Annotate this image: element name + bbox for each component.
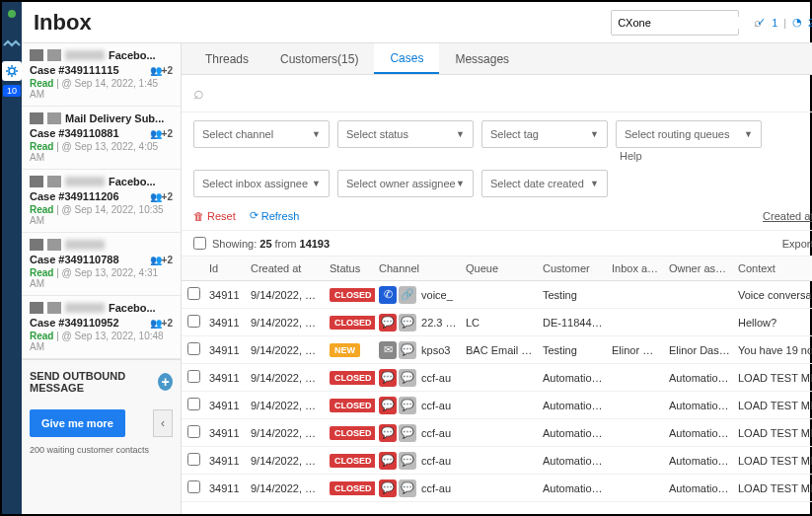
select-all-checkbox[interactable] — [193, 237, 206, 250]
case-card[interactable]: Mail Delivery Sub...Case #349110881👥+2Re… — [22, 107, 181, 170]
cell-owner: Automation SO. — [665, 366, 734, 390]
stat-2: 200 — [808, 17, 812, 29]
caret-down-icon: ▼ — [456, 129, 465, 139]
app-logo-icon[interactable] — [2, 34, 22, 53]
table-row[interactable]: 349119/14/2022, 10:1CLOSED💬💬 ccf-auAutom… — [182, 447, 812, 475]
table-header: Id Created at Status Channel Queue Custo… — [182, 257, 812, 281]
card-title: Facebo... — [109, 49, 173, 61]
table-row[interactable]: 349119/14/2022, 10:3CLOSED💬💬 ccf-auAutom… — [182, 364, 812, 392]
case-card[interactable]: Facebo...Case #349110952👥+2Read | @ Sep … — [22, 296, 181, 359]
filter-status[interactable]: Select status▼ — [337, 120, 474, 148]
sort-button[interactable]: Created at⇅ — [763, 209, 812, 222]
case-number: Case #349110788 — [30, 254, 119, 265]
filter-tag[interactable]: Select tag▼ — [481, 120, 608, 148]
col-id[interactable]: Id — [205, 257, 247, 280]
read-status: Read — [30, 331, 53, 341]
col-status[interactable]: Status — [326, 257, 375, 280]
caret-down-icon: ▼ — [312, 179, 321, 188]
row-checkbox[interactable] — [187, 480, 200, 493]
give-me-more-button[interactable]: Give me more — [30, 409, 125, 437]
collapse-sidebar-button[interactable]: ‹ — [153, 409, 173, 437]
cell-queue — [462, 372, 539, 384]
read-status: Read — [30, 78, 53, 89]
row-checkbox[interactable] — [187, 453, 200, 466]
filter-search[interactable]: ⌕ — [182, 75, 812, 112]
chat-icon: 💬 — [379, 397, 397, 414]
filter-inbox-assignee[interactable]: Select inbox assignee▼ — [193, 170, 330, 197]
cell-created: 9/14/2022, 10:1 — [247, 394, 326, 417]
redacted-text — [65, 303, 105, 313]
cell-inbox: Elinor Dashwoo — [608, 338, 665, 362]
status-badge: CLOSED — [330, 371, 375, 385]
cell-id: 34911 — [205, 421, 247, 445]
table-row[interactable]: 349119/14/2022, 10:3NEW✉💬 kpso3BAC Email… — [182, 336, 812, 364]
col-owner-assignee[interactable]: Owner assig... — [665, 257, 734, 280]
cell-owner: Automation SO. — [665, 449, 734, 473]
case-card[interactable]: Facebo...Case #349111206👥+2Read | @ Sep … — [22, 170, 181, 233]
cell-inbox — [608, 317, 665, 329]
reset-button[interactable]: 🗑Reset — [193, 210, 236, 222]
row-checkbox[interactable] — [187, 287, 200, 300]
cell-channel: 💬💬 ccf-au — [375, 446, 462, 476]
cell-id: 34911 — [205, 283, 247, 307]
tab-threads[interactable]: Threads — [189, 43, 264, 74]
svg-point-0 — [9, 68, 15, 74]
refresh-button[interactable]: ⟳Refresh — [250, 209, 300, 222]
row-checkbox[interactable] — [187, 370, 200, 383]
table-row[interactable]: 349119/14/2022, 10:0CLOSED💬💬 ccf-auAutom… — [182, 475, 812, 502]
table-row[interactable]: 349119/14/2022, 10:1CLOSED💬💬 ccf-auAutom… — [182, 392, 812, 419]
channel-icon — [30, 302, 43, 314]
col-customer[interactable]: Customer — [539, 257, 608, 280]
send-outbound-button[interactable]: SEND OUTBOUND MESSAGE + — [22, 359, 181, 404]
channel-icon — [30, 239, 43, 251]
cell-id: 34911 — [205, 338, 247, 362]
tab-customers[interactable]: Customers(15) — [264, 43, 374, 74]
cell-queue — [462, 289, 539, 301]
people-count: 👥+2 — [150, 318, 173, 329]
col-channel[interactable]: Channel — [375, 257, 462, 280]
cell-inbox — [608, 427, 665, 439]
chat-icon: 💬 — [379, 452, 397, 470]
filter-channel[interactable]: Select channel▼ — [193, 120, 330, 148]
col-queue[interactable]: Queue — [462, 257, 539, 280]
top-bar: Inbox ⌕ ✓ 1 | ◔ 200 — [22, 2, 812, 43]
row-checkbox[interactable] — [187, 315, 200, 328]
row-checkbox[interactable] — [187, 398, 200, 410]
cell-owner: Automation SO. — [665, 477, 734, 500]
export-button[interactable]: Export⇪ — [782, 237, 812, 250]
channel-icon — [30, 112, 43, 124]
case-number: Case #349111206 — [30, 190, 119, 202]
settings-gear-icon[interactable] — [2, 61, 22, 81]
table-row[interactable]: 349119/14/2022, 10:1CLOSED💬💬 ccf-auAutom… — [182, 419, 812, 447]
envelope-icon — [47, 49, 61, 61]
cell-created: 9/14/2022, 10:1 — [247, 421, 326, 445]
global-search[interactable]: ⌕ — [611, 10, 739, 36]
case-card[interactable]: Facebo...Case #349111115👥+2Read | @ Sep … — [22, 43, 181, 107]
env2-icon: ✉ — [379, 341, 397, 359]
cell-context: Voice conversat — [734, 283, 812, 307]
cell-customer: Automation 7 — [539, 366, 608, 390]
cell-inbox — [608, 289, 665, 301]
tab-messages[interactable]: Messages — [439, 43, 525, 74]
filter-routing-queues[interactable]: Select routing queues▼ — [616, 120, 762, 148]
row-checkbox[interactable] — [187, 425, 200, 438]
cell-id: 34911 — [205, 477, 247, 500]
msg-icon: 💬 — [399, 479, 416, 497]
filter-owner-assignee[interactable]: Select owner assignee▼ — [337, 170, 474, 197]
case-card[interactable]: Case #349110788👥+2Read | @ Sep 13, 2022,… — [22, 233, 181, 296]
col-inbox-assignee[interactable]: Inbox assign... — [608, 257, 665, 280]
search-input[interactable] — [618, 17, 754, 29]
case-number: Case #349110881 — [30, 127, 119, 139]
envelope-icon — [47, 302, 61, 314]
help-link[interactable]: Help — [616, 148, 762, 162]
cell-customer: Automation 4 — [539, 477, 608, 500]
people-count: 👥+2 — [150, 65, 173, 76]
tab-cases[interactable]: Cases — [374, 43, 439, 74]
col-created[interactable]: Created at — [247, 257, 326, 280]
filter-date-created[interactable]: Select date created▼ — [481, 170, 608, 197]
table-row[interactable]: 349119/14/2022, 12:4CLOSED✆🔗 voice_Testi… — [182, 281, 812, 309]
msg-icon: 💬 — [399, 452, 416, 470]
col-context[interactable]: Context — [734, 257, 812, 280]
table-row[interactable]: 349119/14/2022, 12:1CLOSED💬💬 22.3 H 22.3… — [182, 309, 812, 336]
row-checkbox[interactable] — [187, 342, 200, 355]
